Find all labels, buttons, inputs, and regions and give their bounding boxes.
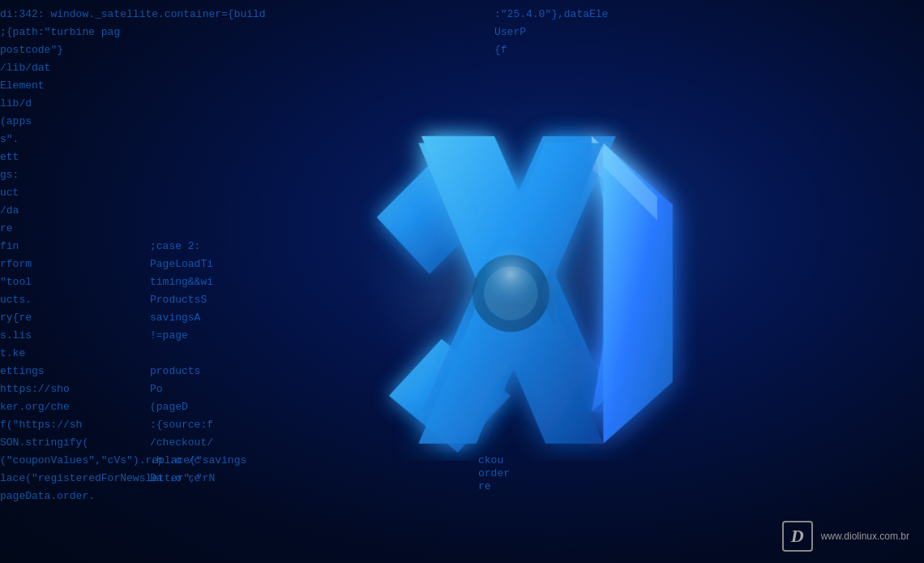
watermark: D www.diolinux.com.br	[782, 521, 909, 552]
svg-point-13	[454, 217, 567, 331]
watermark-logo: D	[782, 521, 813, 552]
vscode-logo	[324, 88, 697, 461]
watermark-url: www.diolinux.com.br	[821, 531, 909, 542]
